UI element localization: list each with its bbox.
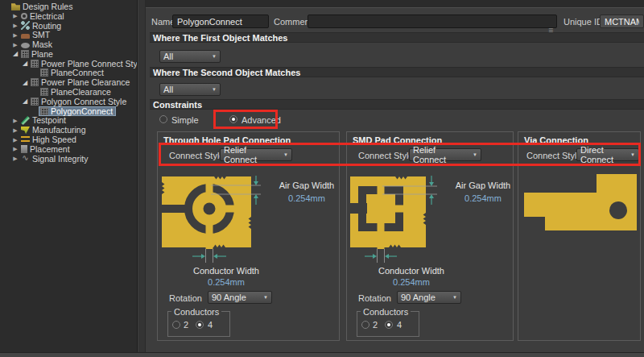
chevron-down-icon: ▼	[259, 295, 268, 300]
sidebar-divider	[138, 0, 146, 352]
tree-item-power-plane-clearance[interactable]: ◢Power Plane Clearance	[0, 77, 137, 87]
first-match-scope-select[interactable]: All ▼	[159, 50, 221, 63]
tree-item-routing[interactable]: ▶Routing	[0, 21, 137, 31]
advanced-radio[interactable]	[229, 115, 237, 123]
manufacturing-icon	[21, 126, 30, 135]
conductor-width-label: Conductor Width	[355, 266, 468, 276]
tree-item-label: Power Plane Connect Style	[41, 59, 138, 68]
via-hole	[609, 201, 627, 219]
collapse-node-icon[interactable]: ◢	[21, 78, 29, 87]
horizontal-scrollbar[interactable]	[0, 352, 644, 357]
simple-radio-label[interactable]: Simple	[171, 115, 199, 125]
rule-icon	[40, 107, 48, 115]
tree-item-plane[interactable]: ◢Plane	[0, 49, 137, 59]
conductors-group-label: Conductors	[361, 307, 411, 317]
expand-node-icon[interactable]: ▶	[11, 135, 19, 144]
expand-node-icon[interactable]: ▶	[11, 11, 19, 20]
arrow-down-icon	[429, 182, 434, 186]
smd-pad	[366, 194, 395, 223]
tree-item-planeconnect[interactable]: PlaneConnect	[0, 68, 137, 78]
expand-node-icon[interactable]: ▶	[11, 154, 19, 163]
placement-icon	[21, 145, 27, 153]
tree-item-signal-integrity[interactable]: ▶Signal Integrity	[0, 154, 137, 164]
conductors-group-label: Conductors	[171, 307, 221, 317]
expand-node-icon[interactable]: ▶	[11, 21, 19, 30]
tree-item-manufacturing[interactable]: ▶Manufacturing	[0, 125, 137, 135]
tree-item-label: Design Rules	[23, 2, 72, 11]
tree-item-power-plane-connect-style[interactable]: ◢Power Plane Connect Style	[0, 59, 137, 68]
rule-icon	[40, 68, 48, 77]
smt-icon	[21, 34, 30, 39]
second-match-scope-select[interactable]: All ▼	[159, 83, 221, 96]
conductors-4-label[interactable]: 4	[397, 320, 402, 330]
advanced-radio-label[interactable]: Advanced	[242, 115, 281, 125]
tree-item-polygonconnect[interactable]: PolygonConnect	[0, 106, 137, 116]
unique-id-input[interactable]	[600, 15, 644, 28]
tree-item-high-speed[interactable]: ▶High Speed	[0, 135, 137, 144]
expand-node-icon[interactable]: ▶	[11, 31, 19, 39]
air-gap-width-label: Air Gap Width	[275, 181, 338, 190]
through-hole-connect-style-select[interactable]: Relief Connect ▼	[220, 148, 292, 161]
comment-input[interactable]	[308, 15, 557, 28]
conductor-width-value: 0.254mm	[166, 277, 287, 287]
connect-style-value: Relief Connect	[224, 145, 279, 164]
expand-node-icon[interactable]: ▶	[11, 116, 19, 125]
tree-item-polygon-connect-style[interactable]: ◢Polygon Connect Style	[0, 97, 137, 106]
panel-title: SMD Pad Connection	[353, 135, 442, 145]
chevron-down-icon: ▼	[279, 152, 288, 157]
rotation-label: Rotation	[169, 293, 202, 303]
collapse-node-icon[interactable]: ◢	[21, 97, 29, 106]
tree-item-mask[interactable]: ▶Mask	[0, 39, 137, 49]
expand-node-icon[interactable]: ▶	[11, 126, 19, 135]
tree-item-label: PlaneConnect	[51, 68, 104, 77]
tree-item-label: Signal Integrity	[32, 154, 88, 164]
tree-item-label: Manufacturing	[32, 125, 86, 135]
through-hole-rotation-select[interactable]: 90 Angle ▼	[208, 291, 272, 304]
conductors-2-label[interactable]: 2	[184, 320, 188, 330]
collapse-node-icon[interactable]: ◢	[11, 49, 19, 58]
through-hole-pad-connection-panel: Through Hole Pad Connection Connect Styl…	[157, 131, 340, 341]
connect-style-label: Connect Style	[169, 151, 224, 160]
design-rules-tree: Design Rules▶Electrical▶Routing▶SMT▶Mask…	[0, 0, 138, 352]
tree-item-electrical[interactable]: ▶Electrical	[0, 11, 137, 21]
tree-item-label: PolygonConnect	[51, 106, 113, 116]
smd-pad-connection-panel: SMD Pad Connection Connect Style Relief …	[346, 131, 514, 341]
expand-node-icon[interactable]: ▶	[11, 144, 19, 153]
tree-item-label: Power Plane Clearance	[41, 77, 130, 87]
conductors-4-label[interactable]: 4	[208, 320, 213, 330]
conductors-2-radio[interactable]	[361, 321, 369, 329]
arrow-down-icon	[254, 181, 258, 185]
name-input[interactable]	[172, 15, 269, 28]
via-connect-style-select[interactable]: Direct Connect ▼	[576, 148, 639, 161]
conductors-4-radio[interactable]	[385, 321, 393, 329]
conductor-width-label: Conductor Width	[166, 266, 287, 276]
conductors-2-label[interactable]: 2	[373, 320, 378, 330]
rule-editor-pane: Name Comment ☰ Unique ID Where The First…	[146, 0, 644, 352]
expand-node-icon[interactable]: ▶	[11, 40, 19, 49]
air-gap-width-value: 0.254mm	[452, 193, 514, 203]
routing-icon	[21, 21, 30, 30]
name-label: Name	[151, 17, 175, 27]
rule-icon	[40, 88, 48, 96]
conductor-width-value: 0.254mm	[355, 277, 468, 287]
tree-item-smt[interactable]: ▶SMT	[0, 30, 137, 39]
tree-item-label: High Speed	[32, 135, 76, 144]
smd-connect-style-select[interactable]: Relief Connect ▼	[409, 148, 481, 161]
conductors-2-radio[interactable]	[172, 321, 180, 329]
high-speed-icon	[21, 136, 30, 143]
top-divider	[146, 0, 644, 8]
tree-item-planeclearance[interactable]: PlaneClearance	[0, 87, 137, 97]
arrow-left-icon	[213, 254, 217, 259]
simple-radio[interactable]	[159, 115, 167, 123]
tree-item-testpoint[interactable]: ▶Testpoint	[0, 116, 137, 126]
collapse-node-icon[interactable]: ◢	[21, 59, 29, 68]
first-match-section-header: Where The First Object Matches	[150, 32, 644, 43]
connect-style-value: Direct Connect	[580, 145, 626, 164]
chevron-down-icon: ▼	[448, 295, 457, 300]
chevron-down-icon: ▼	[626, 152, 635, 157]
rotation-label: Rotation	[358, 293, 391, 303]
smd-rotation-select[interactable]: 90 Angle ▼	[397, 291, 461, 304]
tree-item-design-rules[interactable]: Design Rules	[0, 2, 137, 11]
conductors-4-radio[interactable]	[196, 321, 204, 329]
tree-item-placement[interactable]: ▶Placement	[0, 144, 137, 154]
